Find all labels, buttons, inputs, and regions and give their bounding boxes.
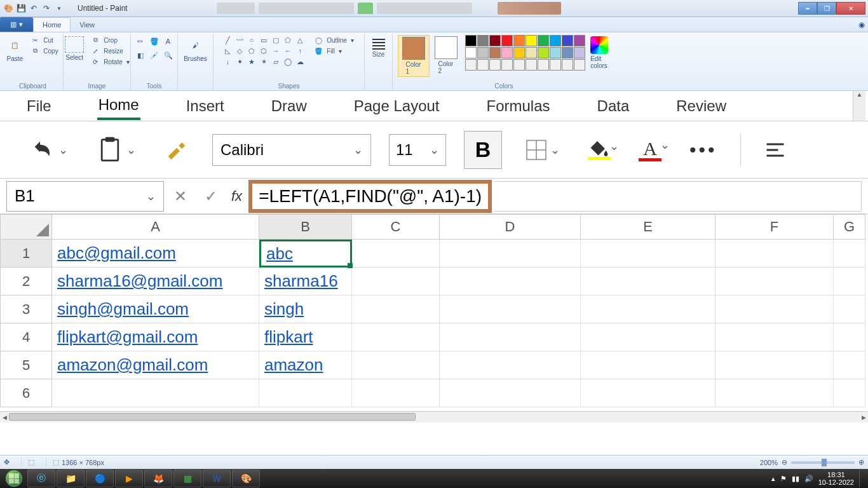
cell-B4[interactable]: flipkart bbox=[259, 323, 352, 351]
taskbar-firefox[interactable]: 🦊 bbox=[144, 470, 172, 487]
select-all-corner[interactable] bbox=[0, 214, 52, 240]
star4-icon[interactable]: ✦ bbox=[234, 57, 245, 67]
palette-color[interactable] bbox=[477, 47, 489, 58]
cell-G2[interactable] bbox=[834, 268, 865, 295]
fill-button[interactable]: 🪣Fill ▾ bbox=[312, 46, 356, 56]
cell-C1[interactable] bbox=[352, 240, 440, 268]
cell-D4[interactable] bbox=[440, 323, 581, 351]
palette-color[interactable] bbox=[562, 35, 573, 46]
file-menu-button[interactable]: ▥ ▾ bbox=[0, 17, 33, 32]
cell-D2[interactable] bbox=[440, 268, 581, 295]
flag-icon[interactable]: ⚑ bbox=[780, 475, 787, 483]
cell-D1[interactable] bbox=[440, 240, 581, 268]
eraser-tool-icon[interactable]: ◧ bbox=[134, 49, 147, 62]
bucket-tool-icon[interactable]: 🪣 bbox=[148, 35, 161, 48]
save-icon[interactable]: 💾 bbox=[15, 3, 27, 14]
cell-F3[interactable] bbox=[715, 295, 834, 323]
name-box[interactable]: B1 ⌄ bbox=[6, 181, 164, 212]
palette-color[interactable] bbox=[513, 35, 525, 46]
cell-D5[interactable] bbox=[440, 351, 581, 379]
resize-button[interactable]: ⤢Resize bbox=[89, 46, 131, 56]
cell-E1[interactable] bbox=[581, 240, 715, 268]
row-header[interactable]: 2 bbox=[0, 268, 52, 295]
row-header[interactable]: 4 bbox=[0, 323, 52, 351]
oval-icon[interactable]: ○ bbox=[246, 35, 257, 45]
palette-color[interactable] bbox=[562, 47, 573, 58]
palette-color[interactable] bbox=[513, 47, 525, 58]
shape-gallery[interactable]: ╱〰○▭▢⬠△ ◺◇⬠⬡→←↑ ↓✦★✶▱◯☁ bbox=[222, 35, 306, 67]
scroll-thumb[interactable] bbox=[9, 413, 416, 421]
network-icon[interactable]: ▮▮ bbox=[792, 475, 799, 483]
arrowu-icon[interactable]: ↑ bbox=[294, 46, 306, 56]
maximize-button[interactable]: ❐ bbox=[817, 2, 836, 15]
row-header[interactable]: 3 bbox=[0, 295, 52, 323]
hexagon-icon[interactable]: ⬡ bbox=[258, 46, 269, 56]
copy-button[interactable]: ⧉Copy bbox=[29, 46, 62, 56]
cut-button[interactable]: ✂Cut bbox=[29, 35, 62, 45]
palette-color[interactable] bbox=[526, 47, 537, 58]
palette-color[interactable] bbox=[538, 47, 549, 58]
palette-color[interactable] bbox=[574, 59, 585, 71]
font-color-button[interactable]: A ⌄ bbox=[634, 134, 667, 165]
bold-button[interactable]: B bbox=[464, 131, 502, 169]
cell-A4[interactable]: flipkart@gmail.com bbox=[52, 323, 259, 351]
zoom-in-button[interactable]: ⊕ bbox=[858, 458, 864, 466]
cell-E5[interactable] bbox=[581, 351, 715, 379]
taskbar-word[interactable]: W bbox=[203, 470, 231, 487]
star5-icon[interactable]: ★ bbox=[246, 57, 257, 67]
volume-icon[interactable]: 🔊 bbox=[804, 475, 813, 483]
paste-button[interactable]: 📋 Paste bbox=[3, 35, 26, 64]
col-header-f[interactable]: F bbox=[715, 214, 834, 240]
arrowr-icon[interactable]: → bbox=[270, 46, 281, 56]
cell-F4[interactable] bbox=[715, 323, 834, 351]
cell-A1[interactable]: abc@gmail.com bbox=[52, 240, 259, 268]
pentagon-icon[interactable]: ⬠ bbox=[246, 46, 257, 56]
undo-icon[interactable]: ↶ bbox=[28, 3, 39, 14]
help-icon[interactable]: ◉ bbox=[855, 17, 868, 32]
redo-icon[interactable]: ↷ bbox=[41, 3, 52, 14]
brushes-button[interactable]: 🖌 Brushes bbox=[181, 35, 210, 64]
palette-color[interactable] bbox=[477, 59, 489, 71]
palette-color[interactable] bbox=[501, 59, 513, 71]
palette-color[interactable] bbox=[513, 59, 525, 71]
fill-color-button[interactable]: ⌄ bbox=[583, 135, 616, 164]
cell-F6[interactable] bbox=[715, 379, 834, 407]
palette-color[interactable] bbox=[550, 47, 561, 58]
palette-color[interactable] bbox=[477, 35, 489, 46]
taskbar-paint[interactable]: 🎨 bbox=[232, 470, 260, 487]
borders-button[interactable]: ⌄ bbox=[520, 135, 565, 165]
qat-dropdown-icon[interactable]: ▼ bbox=[53, 3, 65, 14]
size-button[interactable]: Size bbox=[368, 35, 390, 59]
callout2-icon[interactable]: ◯ bbox=[282, 57, 294, 67]
cell-F5[interactable] bbox=[715, 351, 834, 379]
taskbar-clock[interactable]: 18:31 10-12-2022 bbox=[818, 471, 854, 486]
palette-color[interactable] bbox=[465, 47, 477, 58]
excel-tab-formulas[interactable]: Formulas bbox=[485, 93, 552, 119]
cell-G6[interactable] bbox=[834, 379, 865, 407]
cell-F1[interactable] bbox=[715, 240, 834, 268]
cell-C5[interactable] bbox=[352, 351, 440, 379]
palette-color[interactable] bbox=[489, 35, 501, 46]
row-header[interactable]: 1 bbox=[0, 240, 52, 268]
color2-button[interactable]: Color 2 bbox=[432, 35, 460, 76]
cell-E3[interactable] bbox=[581, 295, 715, 323]
excel-tab-insert[interactable]: Insert bbox=[185, 93, 226, 119]
zoom-slider[interactable] bbox=[791, 461, 855, 464]
col-header-a[interactable]: A bbox=[52, 214, 259, 240]
picker-tool-icon[interactable]: 💉 bbox=[148, 49, 161, 62]
cell-B5[interactable]: amazon bbox=[259, 351, 352, 379]
excel-tab-pagelayout[interactable]: Page Layout bbox=[353, 93, 441, 119]
formula-bar-input[interactable]: =LEFT(A1,FIND("@", A1)-1) bbox=[248, 180, 492, 213]
rect-icon[interactable]: ▭ bbox=[258, 35, 269, 45]
rotate-button[interactable]: ⟳Rotate ▾ bbox=[89, 57, 131, 67]
star6-icon[interactable]: ✶ bbox=[258, 57, 269, 67]
color1-button[interactable]: Color 1 bbox=[398, 35, 430, 77]
text-tool-icon[interactable]: A bbox=[162, 35, 175, 48]
ribbon-scroll-up[interactable]: ▲ bbox=[853, 91, 865, 121]
palette-color[interactable] bbox=[538, 35, 549, 46]
enter-formula-button[interactable]: ✓ bbox=[197, 181, 225, 212]
roundrect-icon[interactable]: ▢ bbox=[270, 35, 281, 45]
cloud-icon[interactable]: ☁ bbox=[294, 57, 306, 67]
cancel-formula-button[interactable]: ✕ bbox=[166, 181, 194, 212]
show-desktop-button[interactable] bbox=[859, 470, 864, 487]
